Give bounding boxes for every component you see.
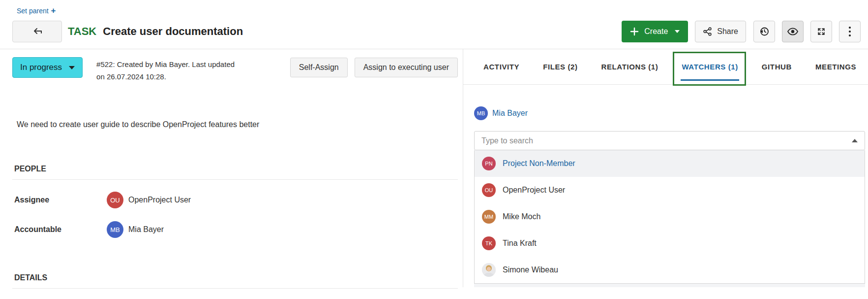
accountable-label: Accountable xyxy=(12,225,107,234)
tab-activity[interactable]: ACTIVITY xyxy=(483,63,519,71)
work-package-side-panel: ACTIVITY FILES (2) RELATIONS (1) WATCHER… xyxy=(463,49,868,287)
work-package-details-panel: In progress #522: Created by Mia Bayer. … xyxy=(0,49,463,287)
chevron-down-icon xyxy=(69,66,75,69)
plus-icon xyxy=(630,27,639,36)
meta-line-2: on 26.07.2024 10:28. xyxy=(96,70,235,83)
create-button[interactable]: Create xyxy=(622,21,688,42)
plus-icon: + xyxy=(51,7,56,14)
suggestion-name: Tina Kraft xyxy=(503,239,537,248)
accountable-field[interactable]: Accountable MB Mia Bayer xyxy=(12,221,458,238)
section-divider xyxy=(12,179,458,180)
avatar: OU xyxy=(107,192,123,208)
set-parent-row: Set parent + xyxy=(0,0,868,15)
share-icon xyxy=(703,27,713,36)
avatar: MM xyxy=(482,210,496,224)
avatar: OU xyxy=(482,183,496,197)
tab-relations[interactable]: RELATIONS (1) xyxy=(601,63,658,71)
status-label: In progress xyxy=(20,63,62,72)
work-package-description[interactable]: We need to create user guide to describe… xyxy=(17,120,458,129)
suggestion-tina-kraft[interactable]: TK Tina Kraft xyxy=(475,230,865,257)
meta-line-1: #522: Created by Mia Bayer. Last updated xyxy=(96,58,235,70)
tab-bar: ACTIVITY FILES (2) RELATIONS (1) WATCHER… xyxy=(463,49,868,85)
kebab-menu-icon xyxy=(848,26,851,37)
suggestion-simone-wibeau[interactable]: Simone Wibeau xyxy=(475,257,865,283)
people-section-heading: PEOPLE xyxy=(14,165,458,173)
eye-icon xyxy=(787,27,799,36)
share-button[interactable]: Share xyxy=(695,21,746,42)
watcher-name-link[interactable]: Mia Bayer xyxy=(492,109,528,118)
dropdown-next-row-partial xyxy=(474,284,865,287)
details-section-heading: DETAILS xyxy=(14,273,458,282)
suggestion-name: OpenProject User xyxy=(503,186,565,195)
avatar: TK xyxy=(482,236,496,250)
back-arrow-icon xyxy=(31,26,44,37)
page-title: Create user documentation xyxy=(103,25,243,38)
tab-watchers-label: WATCHERS (1) xyxy=(682,63,738,71)
section-divider xyxy=(12,288,458,289)
activity-history-button[interactable] xyxy=(753,21,775,42)
work-package-type: TASK xyxy=(68,25,96,38)
more-options-button[interactable] xyxy=(839,21,861,42)
photo-avatar xyxy=(482,263,496,277)
tab-watchers[interactable]: WATCHERS (1) xyxy=(682,63,738,71)
self-assign-button[interactable]: Self-Assign xyxy=(290,58,348,77)
watcher-search xyxy=(474,131,865,150)
avatar: PN xyxy=(482,157,496,170)
watch-button[interactable] xyxy=(782,21,804,42)
active-tab-underline xyxy=(681,79,739,81)
suggestion-project-non-member[interactable]: PN Project Non-Member xyxy=(475,150,865,177)
avatar: MB xyxy=(474,106,488,120)
share-button-label: Share xyxy=(717,27,738,36)
avatar: MB xyxy=(107,221,123,238)
chevron-up-icon[interactable] xyxy=(852,139,858,142)
suggestion-mike-moch[interactable]: MM Mike Moch xyxy=(475,203,865,230)
create-button-label: Create xyxy=(644,27,668,36)
fullscreen-button[interactable] xyxy=(810,21,832,42)
chevron-down-icon xyxy=(675,30,680,33)
status-dropdown[interactable]: In progress xyxy=(12,57,83,78)
watcher-search-input[interactable] xyxy=(474,131,865,150)
suggestion-name: Mike Moch xyxy=(503,212,540,221)
work-package-meta: #522: Created by Mia Bayer. Last updated… xyxy=(96,57,235,83)
back-button[interactable] xyxy=(12,21,62,42)
work-package-header: TASK Create user documentation Create Sh… xyxy=(0,15,868,43)
tab-github[interactable]: GITHUB xyxy=(762,63,792,71)
accountable-value[interactable]: Mia Bayer xyxy=(128,225,164,234)
tab-files[interactable]: FILES (2) xyxy=(543,63,577,71)
assignee-label: Assignee xyxy=(12,196,107,204)
history-clock-icon xyxy=(759,26,770,37)
expand-arrows-icon xyxy=(816,27,826,36)
set-parent-link[interactable]: Set parent + xyxy=(17,7,56,15)
assign-to-executing-user-button[interactable]: Assign to executing user xyxy=(355,58,458,77)
watcher-list-item: MB Mia Bayer xyxy=(474,106,868,120)
assignee-value[interactable]: OpenProject User xyxy=(128,196,191,204)
set-parent-label: Set parent xyxy=(17,7,49,15)
suggestion-name: Project Non-Member xyxy=(503,159,575,168)
suggestion-openproject-user[interactable]: OU OpenProject User xyxy=(475,177,865,203)
suggestion-name: Simone Wibeau xyxy=(503,266,558,274)
watcher-suggestions-dropdown: PN Project Non-Member OU OpenProject Use… xyxy=(474,150,865,284)
assignee-field[interactable]: Assignee OU OpenProject User xyxy=(12,192,458,208)
tab-meetings[interactable]: MEETINGS xyxy=(815,63,856,71)
